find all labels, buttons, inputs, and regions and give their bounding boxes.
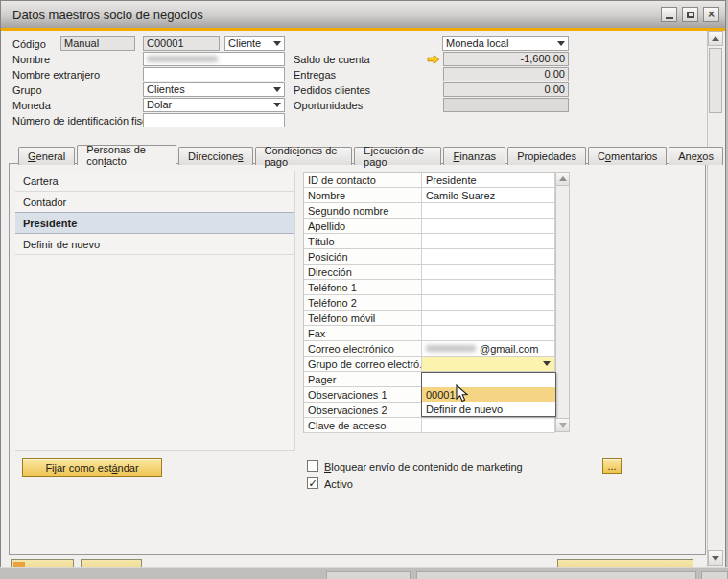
clave-acceso-cell[interactable] [422,418,555,433]
detail-row: Segundo nombre [304,203,555,219]
codigo-mode-field[interactable]: Manual [60,36,135,51]
fax-cell[interactable] [422,326,555,341]
id-de-contacto-cell[interactable]: Presidente [422,173,555,188]
link-arrow-icon[interactable] [427,54,440,65]
nombre-label: Nombre [12,53,137,67]
titulo-cell[interactable] [422,234,555,249]
bloquear-marketing-label: Bloquear envío de contenido de marketing [324,460,574,475]
contact-person-list: Cartera Contador Presidente Definir de n… [15,171,295,451]
tab-bar: General Personas de contacto Direcciones… [18,145,725,165]
detail-row: NombreCamilo Suarez [304,188,555,203]
segundo-nombre-cell[interactable] [422,203,555,219]
correo-electronico-cell[interactable]: @gmail.com [422,341,555,357]
titlebar[interactable]: Datos maestros socio de negocios × [1,1,725,28]
window-scroll-up-button[interactable] [708,31,723,46]
nif-label: Número de identificación fisc [12,114,143,128]
chevron-down-icon [543,361,551,366]
chevron-down-icon [273,87,281,92]
scroll-down-button[interactable] [556,418,569,431]
pedidos-label: Pedidos clientes [294,83,423,98]
dropdown-item-00001-highlighted[interactable]: 00001 [422,387,555,402]
tab-finanzas[interactable]: Finanzas [443,147,505,165]
window-controls: × [661,7,719,22]
list-item-presidente-selected[interactable]: Presidente [15,212,294,234]
saldo-label: Saldo de cuenta [294,53,423,67]
dropdown-item-definir-de-nuevo[interactable]: Definir de nuevo [422,402,555,416]
grupo-correo-select[interactable] [422,357,555,372]
close-button[interactable]: × [703,7,719,22]
activo-checkbox[interactable]: ✓ [307,477,318,489]
entregas-label: Entregas [294,68,423,82]
oportunidades-label: Oportunidades [294,99,423,113]
grupo-select[interactable]: Clientes [143,82,285,97]
window-scroll-down-button[interactable] [708,550,723,566]
list-item-definir-de-nuevo[interactable]: Definir de nuevo [15,234,294,255]
direccion-cell[interactable] [422,265,555,280]
nombre-cell[interactable]: Camilo Suarez [422,188,555,203]
apellido-cell[interactable] [422,219,555,234]
list-item-cartera[interactable]: Cartera [15,171,294,192]
taskbar-segment [416,571,696,579]
telefono1-cell[interactable] [422,280,555,295]
chevron-down-icon [712,556,719,561]
bottom-right-button[interactable] [557,559,693,567]
taskbar-strip [0,567,728,579]
dropdown-item-empty[interactable] [422,373,555,387]
codigo-label: Código [12,37,59,52]
chevron-up-icon [712,36,719,41]
minimize-button[interactable] [661,7,677,22]
list-item-contador[interactable]: Contador [15,192,294,213]
chevron-up-icon [559,176,567,181]
window-title: Datos maestros socio de negocios [1,8,203,22]
maximize-icon [687,12,694,18]
accent-line [1,28,725,31]
tab-condiciones-de-pago[interactable]: Condiciones de pago [255,147,353,165]
codigo-value-field[interactable]: C00001 [143,36,220,51]
bottom-left-button-1[interactable] [11,559,74,567]
posicion-cell[interactable] [422,249,555,265]
detail-row: Posición [304,249,555,265]
mouse-cursor-icon [456,384,472,403]
detail-row: Clave de acceso [304,418,555,433]
oportunidades-value-field [443,98,569,112]
tab-anexos[interactable]: Anexos [669,147,723,165]
activo-label: Activo [324,477,420,492]
tab-general[interactable]: General [18,147,75,165]
entregas-value-field: 0.00 [443,67,569,81]
more-options-button[interactable]: ... [602,458,622,474]
saldo-value-field: -1,600.00 [443,52,569,66]
nombre-input[interactable] [143,52,285,66]
scroll-up-button[interactable] [556,173,569,186]
fijar-como-estandar-button[interactable]: Fijar como estándar [22,458,162,477]
pedidos-value-field: 0.00 [443,82,569,97]
detail-row: Grupo de correo electró... [304,357,555,372]
taskbar-segment [326,571,411,579]
bp-type-select[interactable]: Cliente [224,36,285,51]
telefono-movil-cell[interactable] [422,311,555,326]
detail-row: Fax [304,326,555,341]
detail-row: Correo electrónico@gmail.com [304,341,555,357]
tab-ejecucion-de-pago[interactable]: Ejecución de pago [354,147,441,165]
redacted-text [147,56,218,62]
maximize-button[interactable] [682,7,698,22]
screen: Datos maestros socio de negocios × Códig… [0,0,728,579]
tab-propiedades[interactable]: Propiedades [507,147,586,165]
scrollbar-thumb[interactable] [709,48,722,113]
tab-direcciones[interactable]: Direcciones [178,147,252,165]
bloquear-marketing-checkbox[interactable] [307,460,318,472]
nombre-extranjero-input[interactable] [143,67,285,81]
display-currency-select[interactable]: Moneda local [442,36,569,51]
detail-row: Dirección [304,265,555,280]
nombre-extranjero-label: Nombre extranjero [12,68,137,82]
close-icon: × [708,9,715,20]
window-scrollbar[interactable] [707,31,723,567]
telefono2-cell[interactable] [422,295,555,311]
bottom-left-button-2[interactable] [81,559,142,567]
detail-scrollbar[interactable] [555,172,570,432]
tab-comentarios[interactable]: Comentarios [588,147,667,165]
nif-input[interactable] [143,113,285,127]
moneda-select[interactable]: Dolar [143,98,285,112]
tab-personas-de-contacto[interactable]: Personas de contacto [77,145,176,165]
detail-row: Apellido [304,219,555,234]
detail-row: ID de contactoPresidente [304,173,555,188]
